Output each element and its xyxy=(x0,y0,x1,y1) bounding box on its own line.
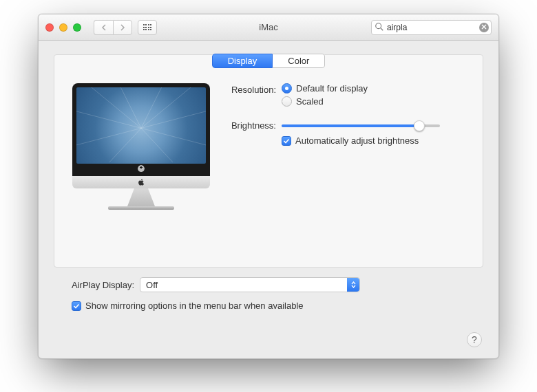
chevron-left-icon xyxy=(101,24,107,31)
grid-icon xyxy=(143,24,152,30)
svg-line-2 xyxy=(83,87,141,128)
svg-line-10 xyxy=(97,128,141,162)
clear-search-button[interactable] xyxy=(479,23,489,32)
settings-column: Resolution: Default for display Scaled xyxy=(221,83,465,155)
auto-brightness-checkbox[interactable] xyxy=(282,136,291,146)
chevron-right-icon xyxy=(120,24,125,31)
resolution-default-radio[interactable] xyxy=(282,83,292,94)
svg-line-1 xyxy=(381,28,383,30)
svg-line-11 xyxy=(141,128,185,162)
close-window-button[interactable] xyxy=(45,23,54,32)
search-input[interactable] xyxy=(371,20,492,35)
zoom-window-button[interactable] xyxy=(73,23,81,32)
svg-line-4 xyxy=(141,87,165,128)
preferences-window: iMac Display Color xyxy=(38,14,499,359)
tab-display[interactable]: Display xyxy=(212,54,273,68)
content-area: Display Color xyxy=(39,41,498,311)
brightness-slider[interactable] xyxy=(282,124,440,127)
display-preview-image xyxy=(72,83,210,210)
svg-line-5 xyxy=(141,87,199,128)
show-all-button[interactable] xyxy=(138,20,157,35)
brightness-label: Brightness: xyxy=(221,119,276,131)
minimize-window-button[interactable] xyxy=(59,23,67,32)
resolution-label: Resolution: xyxy=(221,83,276,95)
tab-color[interactable]: Color xyxy=(273,54,325,68)
check-icon xyxy=(73,303,80,309)
nav-buttons xyxy=(94,20,132,35)
x-icon xyxy=(481,24,487,30)
select-arrows-icon xyxy=(347,278,359,292)
help-icon: ? xyxy=(472,334,477,345)
resolution-scaled-radio[interactable] xyxy=(282,96,292,107)
airplay-value: Off xyxy=(146,280,158,290)
help-button[interactable]: ? xyxy=(467,332,482,347)
bottom-area: AirPlay Display: Off Show mirroring opti… xyxy=(54,268,483,311)
resolution-scaled-label: Scaled xyxy=(296,96,324,107)
resolution-default-label: Default for display xyxy=(296,83,368,94)
check-icon xyxy=(283,138,290,144)
apple-logo-icon xyxy=(138,178,145,186)
search-field-wrap xyxy=(371,20,492,35)
svg-line-7 xyxy=(141,108,206,129)
auto-brightness-label: Automatically adjust brightness xyxy=(295,135,419,146)
svg-point-0 xyxy=(376,23,381,28)
mirroring-checkbox[interactable] xyxy=(72,301,81,311)
forward-button[interactable] xyxy=(113,20,132,35)
search-icon xyxy=(375,22,384,32)
airplay-select[interactable]: Off xyxy=(140,277,360,292)
tab-bar: Display Color xyxy=(54,54,483,68)
titlebar: iMac xyxy=(39,14,498,41)
svg-line-6 xyxy=(76,108,141,129)
window-controls xyxy=(39,23,81,32)
mirroring-label: Show mirroring options in the menu bar w… xyxy=(85,301,304,311)
back-button[interactable] xyxy=(94,20,113,35)
svg-line-3 xyxy=(117,87,141,128)
airplay-label: AirPlay Display: xyxy=(72,280,134,290)
settings-panel: Display Color xyxy=(54,54,483,268)
